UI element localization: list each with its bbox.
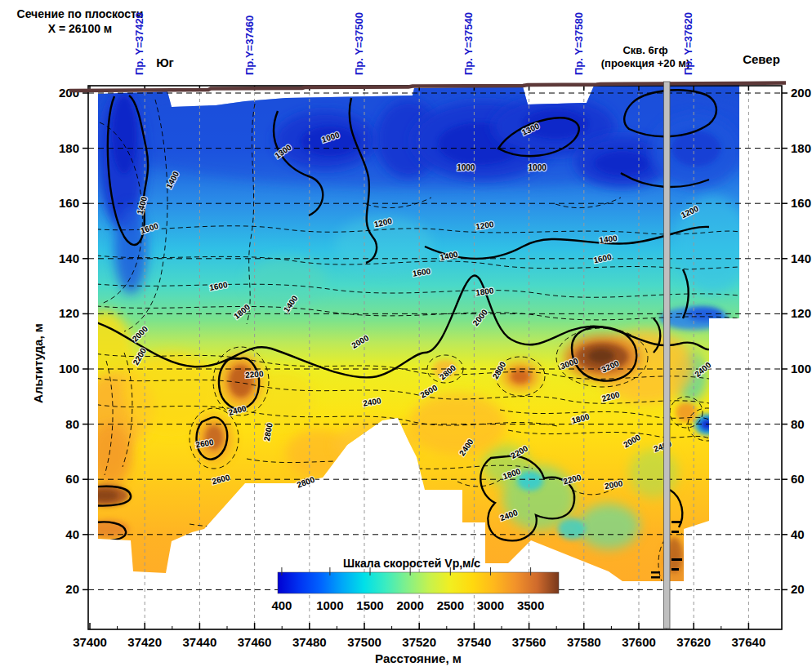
section-plot: 1400140016001300100010001000130012001200… — [0, 0, 812, 671]
colorbar-tick-label: 1000 — [316, 598, 343, 612]
colorbar-tick-label: 400 — [271, 598, 292, 612]
x-tick-label: 37420 — [127, 635, 162, 649]
colorbar-gradient — [278, 572, 559, 593]
y-axis-title: Альтитуда, м — [31, 323, 45, 403]
profile-label: Пр. Y=37500 — [353, 12, 365, 75]
y-tick-label-left: 80 — [65, 417, 79, 431]
x-tick-label: 37480 — [292, 635, 327, 649]
colorbar-title: Шкала скоростей Vp,м/с — [343, 557, 480, 570]
colorbar-tick-label: 2500 — [437, 598, 464, 612]
profile-label: Пр. Y=37420 — [133, 12, 145, 75]
y-tick-label-left: 100 — [59, 362, 79, 375]
y-tick-label-right: 20 — [791, 582, 805, 596]
north-label: Север — [732, 52, 791, 66]
y-tick-label-right: 100 — [791, 362, 811, 375]
x-tick-label: 37400 — [73, 635, 107, 649]
y-tick-label-left: 20 — [65, 582, 79, 596]
y-tick-label-left: 140 — [59, 251, 79, 265]
colorbar-tick-label: 2000 — [396, 598, 423, 612]
x-tick-label: 37580 — [567, 635, 601, 649]
velocity-field — [74, 73, 784, 633]
borehole-bar — [664, 82, 671, 629]
contour-label: 1000 — [457, 163, 475, 172]
profile-label: Пр. Y=37620 — [682, 12, 694, 75]
x-tick-label: 37560 — [512, 635, 547, 649]
x-axis-title: Расстояние, м — [375, 651, 462, 665]
y-tick-label-left: 180 — [59, 141, 79, 155]
x-tick-label: 37600 — [622, 635, 656, 649]
south-label: Юг — [141, 56, 190, 69]
x-tick-label: 37460 — [238, 635, 272, 649]
y-tick-label-left: 160 — [59, 196, 79, 210]
x-tick-label: 37440 — [183, 635, 217, 649]
colorbar-tick-label: 3500 — [517, 598, 544, 612]
y-tick-label-right: 180 — [791, 141, 811, 155]
profile-label: Пр. Y=37580 — [573, 12, 585, 75]
contour-label: 1000 — [529, 163, 547, 172]
profile-label: Пр.Y=37460 — [243, 16, 256, 75]
colorbar: Шкала скоростей Vp,м/с400100015002000250… — [271, 557, 559, 612]
seismic-section-page: 1400140016001300100010001000130012001200… — [0, 0, 812, 671]
x-tick-label: 37520 — [402, 635, 436, 649]
colorbar-tick-label: 3000 — [477, 598, 504, 612]
y-tick-label-right: 60 — [791, 472, 805, 486]
y-tick-label-left: 200 — [59, 86, 79, 100]
y-tick-label-right: 160 — [791, 196, 811, 210]
y-tick-label-right: 200 — [791, 86, 811, 100]
x-tick-label: 37640 — [732, 635, 766, 649]
y-tick-label-right: 40 — [791, 527, 805, 541]
colorbar-tick-label: 1500 — [356, 598, 383, 612]
y-tick-label-right: 80 — [791, 417, 805, 431]
x-tick-label: 37540 — [457, 635, 492, 649]
profile-label: Пр. Y=37540 — [462, 12, 475, 75]
y-tick-label-right: 120 — [791, 306, 811, 320]
y-tick-label-left: 40 — [65, 527, 79, 541]
contour-label: 2200 — [245, 369, 265, 380]
y-tick-label-left: 120 — [59, 306, 79, 320]
x-tick-label: 37500 — [347, 635, 381, 649]
y-tick-label-left: 60 — [65, 472, 79, 486]
x-tick-label: 37620 — [676, 635, 711, 649]
y-tick-label-right: 140 — [791, 251, 811, 265]
